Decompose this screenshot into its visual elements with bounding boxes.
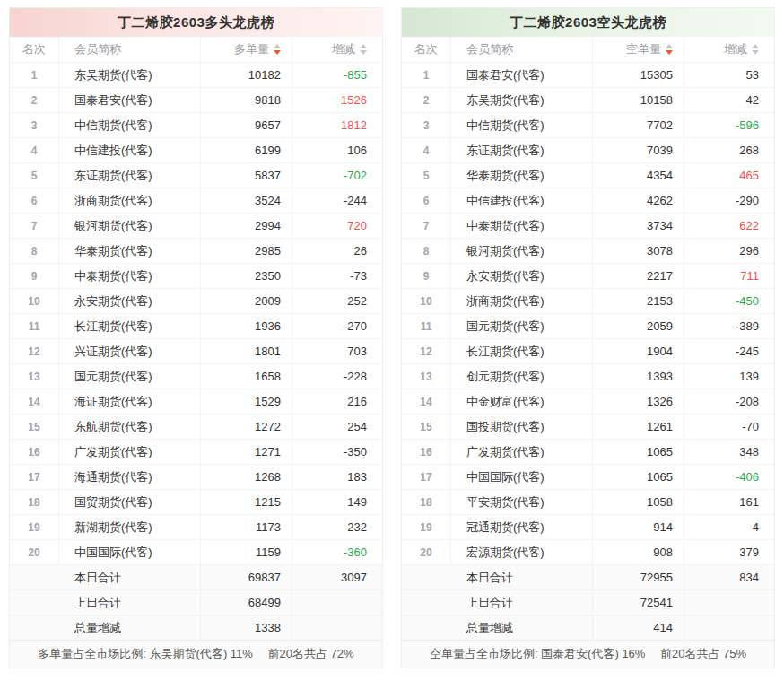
- member-name-cell: 中国国际(代客): [451, 465, 593, 489]
- change-cell: 465: [684, 163, 774, 188]
- table-row: 13 创元期货(代客) 1393 139: [402, 363, 774, 389]
- table-row: 11 国元期货(代客) 2059 -389: [402, 313, 774, 338]
- summary-row: 上日合计 72541: [402, 589, 774, 615]
- column-header-short-volume[interactable]: 空单量: [593, 37, 684, 62]
- volume-cell: 1393: [593, 364, 684, 389]
- volume-cell: 5837: [201, 163, 292, 188]
- rank-cell: 4: [10, 138, 59, 162]
- member-name-cell: 银河期货(代客): [59, 214, 201, 238]
- table-row: 9 永安期货(代客) 2217 711: [402, 263, 774, 288]
- change-cell: 268: [684, 138, 774, 162]
- rank-cell: 12: [402, 339, 451, 363]
- rank-cell: 16: [10, 440, 59, 464]
- table-row: 18 平安期货(代客) 1058 161: [402, 489, 774, 514]
- sort-desc-active-icon: [666, 44, 673, 55]
- column-header-member: 会员简称: [59, 37, 201, 62]
- member-name-cell: 宏源期货(代客): [451, 540, 593, 564]
- volume-cell: 7039: [593, 138, 684, 162]
- rank-cell: 9: [402, 264, 451, 288]
- change-cell: 711: [684, 264, 774, 288]
- change-cell: -389: [684, 314, 774, 338]
- rank-cell: 3: [10, 113, 59, 137]
- table-row: 2 东吴期货(代客) 10158 42: [402, 87, 774, 112]
- change-cell: -702: [292, 163, 382, 188]
- summary-volume: 72541: [593, 590, 684, 615]
- change-cell: 26: [292, 239, 382, 263]
- rank-cell: 14: [10, 389, 59, 414]
- short-position-card: 丁二烯胶2603空头龙虎榜 名次 会员简称 空单量 增减 1 国泰君安(代客) …: [401, 7, 775, 668]
- volume-cell: 10158: [593, 88, 684, 112]
- volume-cell: 9657: [201, 113, 292, 137]
- summary-rank-spacer: [402, 616, 451, 640]
- rank-cell: 11: [402, 314, 451, 338]
- volume-cell: 1065: [593, 440, 684, 464]
- rank-cell: 20: [10, 540, 59, 564]
- rank-cell: 6: [402, 188, 451, 213]
- member-name-cell: 国泰君安(代客): [59, 88, 201, 112]
- rank-cell: 19: [402, 515, 451, 539]
- volume-cell: 1159: [201, 540, 292, 564]
- volume-cell: 2059: [593, 314, 684, 338]
- rank-cell: 2: [10, 88, 59, 112]
- summary-row: 本日合计 69837 3097: [10, 564, 382, 589]
- member-name-cell: 浙商期货(代客): [451, 289, 593, 313]
- volume-cell: 1261: [593, 415, 684, 439]
- volume-cell: 914: [593, 515, 684, 539]
- volume-cell: 2217: [593, 264, 684, 288]
- change-cell: -290: [684, 188, 774, 213]
- volume-cell: 2994: [201, 214, 292, 238]
- rank-cell: 18: [10, 490, 59, 514]
- member-name-cell: 广发期货(代客): [59, 440, 201, 464]
- member-name-cell: 国元期货(代客): [451, 314, 593, 338]
- summary-change: [292, 616, 382, 640]
- member-name-cell: 中金财富(代客): [451, 389, 593, 414]
- summary-label: 上日合计: [59, 590, 201, 615]
- rank-cell: 13: [10, 364, 59, 389]
- short-market-share-note: 空单量占全市场比例: 国泰君安(代客) 16% 前20名共占 75%: [402, 640, 774, 668]
- column-header-change[interactable]: 增减: [684, 37, 774, 62]
- member-name-cell: 国泰君安(代客): [451, 63, 593, 87]
- change-cell: 106: [292, 138, 382, 162]
- table-row: 19 新湖期货(代客) 1173 232: [10, 514, 382, 539]
- member-name-cell: 中泰期货(代客): [59, 264, 201, 288]
- member-name-cell: 海通期货(代客): [59, 465, 201, 489]
- member-name-cell: 永安期货(代客): [59, 289, 201, 313]
- column-header-member: 会员简称: [451, 37, 593, 62]
- volume-cell: 1065: [593, 465, 684, 489]
- rank-cell: 9: [10, 264, 59, 288]
- dragon-tiger-board: 丁二烯胶2603多头龙虎榜 名次 会员简称 多单量 增减 1 东吴期货(代客) …: [0, 0, 784, 668]
- volume-cell: 1936: [201, 314, 292, 338]
- change-cell: -360: [292, 540, 382, 564]
- volume-cell: 3524: [201, 188, 292, 213]
- member-name-cell: 中国国际(代客): [59, 540, 201, 564]
- rank-cell: 1: [10, 63, 59, 87]
- rank-cell: 8: [10, 239, 59, 263]
- change-cell: -450: [684, 289, 774, 313]
- column-header-change[interactable]: 增减: [292, 37, 382, 62]
- summary-rank-spacer: [10, 590, 59, 615]
- volume-cell: 1801: [201, 339, 292, 363]
- volume-cell: 2153: [593, 289, 684, 313]
- column-header-change-label: 增减: [332, 41, 355, 57]
- rank-cell: 1: [402, 63, 451, 87]
- table-row: 12 兴证期货(代客) 1801 703: [10, 338, 382, 363]
- volume-cell: 1058: [593, 490, 684, 514]
- summary-change: 834: [684, 565, 774, 589]
- long-market-share-note: 多单量占全市场比例: 东吴期货(代客) 11% 前20名共占 72%: [10, 640, 382, 668]
- member-name-cell: 东吴期货(代客): [451, 88, 593, 112]
- member-name-cell: 国元期货(代客): [59, 364, 201, 389]
- column-header-long-volume[interactable]: 多单量: [201, 37, 292, 62]
- summary-volume: 1338: [201, 616, 292, 640]
- table-row: 14 海证期货(代客) 1529 216: [10, 389, 382, 414]
- table-row: 16 广发期货(代客) 1271 -350: [10, 439, 382, 464]
- volume-cell: 2350: [201, 264, 292, 288]
- member-name-cell: 长江期货(代客): [59, 314, 201, 338]
- member-name-cell: 海证期货(代客): [59, 389, 201, 414]
- table-row: 7 银河期货(代客) 2994 720: [10, 213, 382, 238]
- rank-cell: 13: [402, 364, 451, 389]
- volume-cell: 3734: [593, 214, 684, 238]
- member-name-cell: 中信期货(代客): [59, 113, 201, 137]
- summary-row: 本日合计 72955 834: [402, 564, 774, 589]
- table-row: 15 东航期货(代客) 1272 254: [10, 414, 382, 439]
- change-cell: -855: [292, 63, 382, 87]
